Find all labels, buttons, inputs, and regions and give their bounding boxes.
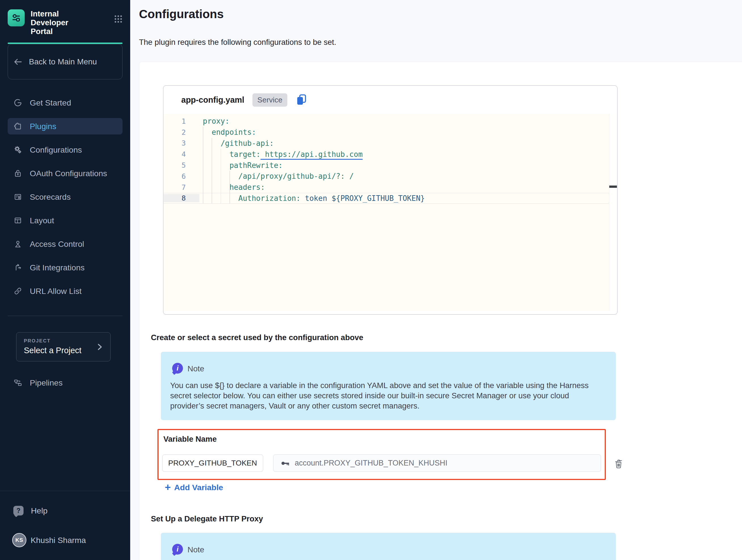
sidebar-item-configurations[interactable]: Configurations — [8, 142, 122, 158]
project-selector[interactable]: PROJECT Select a Project — [16, 332, 111, 361]
yaml-config-card: app-config.yaml Service 1 proxy: — [163, 85, 618, 315]
sidebar-item-label: Access Control — [30, 240, 84, 249]
sidebar-nav: Get Started Plugins — [8, 95, 122, 299]
app-launcher-grid-icon[interactable] — [114, 15, 122, 24]
line-number: 7 — [164, 183, 199, 192]
sidebar-item-label: Scorecards — [30, 192, 71, 202]
variable-name-label: Variable Name — [163, 435, 217, 444]
code-card-header: app-config.yaml Service — [163, 86, 617, 114]
code-line: 1 proxy: — [164, 116, 609, 127]
note-box: i Note You can use ${} to declare a vari… — [161, 352, 616, 420]
sidebar-item-label: Get Started — [30, 98, 71, 107]
git-branch-icon — [13, 263, 22, 272]
app-logo — [8, 9, 25, 27]
yaml-editor[interactable]: 1 proxy: 2 endpoints: 3 /github-api: 4 — [164, 114, 617, 311]
page-title: Configurations — [139, 7, 224, 21]
editor-scroll-marker — [609, 186, 617, 188]
sidebar-item-access-control[interactable]: Access Control — [8, 236, 122, 252]
filename: app-config.yaml — [181, 95, 244, 105]
delete-variable-button[interactable] — [614, 458, 624, 469]
code-line: 3 /github-api: — [164, 138, 609, 149]
main-content: Configurations The plugin requires the f… — [130, 0, 742, 560]
sidebar-item-label: Configurations — [30, 145, 82, 155]
user-name: Khushi Sharma — [31, 536, 86, 545]
note-title: Note — [188, 364, 204, 373]
sidebar-item-plugins[interactable]: Plugins — [8, 118, 122, 135]
sidebar-item-layout[interactable]: Layout — [8, 212, 122, 228]
user-menu[interactable]: KS Khushi Sharma — [12, 533, 130, 547]
note-box: i Note — [161, 533, 616, 560]
avatar: KS — [12, 533, 26, 547]
sidebar-item-get-started[interactable]: Get Started — [8, 95, 122, 111]
pipelines-icon — [13, 378, 22, 387]
line-number: 4 — [164, 150, 199, 158]
plus-icon: + — [165, 482, 171, 493]
help-label: Help — [31, 506, 48, 515]
note-title: Note — [188, 545, 204, 554]
add-variable-button[interactable]: + Add Variable — [165, 482, 223, 493]
sidebar-item-url-allow-list[interactable]: URL Allow List — [8, 283, 122, 299]
code-line: 7 headers: — [164, 182, 609, 193]
editor-scrollbar[interactable] — [609, 114, 617, 311]
sidebar-divider — [8, 316, 122, 316]
sidebar-item-label: Pipelines — [30, 378, 63, 388]
line-number: 5 — [164, 161, 199, 169]
secret-value: account.PROXY_GITHUB_TOKEN_KHUSHI — [295, 459, 447, 467]
lock-icon — [13, 169, 22, 178]
line-number: 3 — [164, 139, 199, 147]
back-to-main-menu-button[interactable]: Back to Main Menu — [8, 44, 122, 80]
sidebar-item-label: Git Integrations — [30, 263, 85, 272]
key-icon — [280, 458, 290, 468]
sidebar-footer: ? Help KS Khushi Sharma — [0, 491, 130, 560]
sidebar-item-label: Layout — [30, 216, 54, 225]
code-line: 4 target:https://api.github.com — [164, 149, 609, 160]
proxy-section-heading: Set Up a Delegate HTTP Proxy — [151, 514, 263, 523]
help-button[interactable]: ? Help — [13, 506, 130, 515]
service-badge: Service — [253, 93, 287, 107]
line-number: 8 — [164, 194, 199, 202]
arrow-left-icon — [13, 57, 23, 67]
variable-highlight-box: Variable Name PROXY_GITHUB_TOKEN account… — [157, 429, 606, 480]
code-lines: 1 proxy: 2 endpoints: 3 /github-api: 4 — [164, 116, 609, 204]
link-icon — [13, 287, 22, 296]
sidebar-item-label: URL Allow List — [30, 287, 82, 296]
code-line: 2 endpoints: — [164, 127, 609, 138]
line-number: 6 — [164, 172, 199, 181]
info-icon: i — [172, 363, 183, 374]
sidebar-item-pipelines[interactable]: Pipelines — [8, 374, 122, 391]
note-body: You can use ${} to declare a variable in… — [170, 380, 601, 411]
sidebar-item-label: OAuth Configurations — [30, 169, 107, 178]
code-line: 6 /api/proxy/github-api/?:/ — [164, 171, 609, 182]
line-number: 1 — [164, 117, 199, 125]
variable-name-input[interactable]: PROXY_GITHUB_TOKEN — [162, 454, 263, 472]
get-started-icon — [13, 98, 22, 107]
secret-selector[interactable]: account.PROXY_GITHUB_TOKEN_KHUSHI — [273, 454, 601, 472]
sidebar-item-git-integrations[interactable]: Git Integrations — [8, 259, 122, 276]
help-chat-icon: ? — [13, 506, 23, 515]
page-subtitle: The plugin requires the following config… — [139, 38, 336, 47]
sliders-logo-icon — [11, 12, 21, 23]
sidebar-item-label: Plugins — [30, 122, 56, 131]
trash-icon — [614, 458, 624, 469]
gears-icon — [13, 145, 22, 154]
copy-icon[interactable] — [296, 94, 307, 106]
back-label: Back to Main Menu — [29, 57, 97, 66]
plugins-puzzle-icon — [13, 122, 22, 131]
sidebar-item-scorecards[interactable]: Scorecards — [8, 189, 122, 205]
sidebar: Internal Developer Portal Back to Main M… — [0, 0, 130, 560]
scorecard-icon — [13, 192, 22, 201]
sidebar-item-oauth-configurations[interactable]: OAuth Configurations — [8, 165, 122, 182]
code-line-active: 8 Authorization:token ${PROXY_GITHUB_TOK… — [164, 193, 609, 204]
person-icon — [13, 240, 22, 249]
chevron-right-icon — [97, 343, 103, 352]
line-number: 2 — [164, 128, 199, 137]
code-line: 5 pathRewrite: — [164, 160, 609, 171]
layout-icon — [13, 216, 22, 225]
yaml-url-link[interactable]: https://api.github.com — [261, 150, 363, 159]
app-title: Internal Developer Portal — [31, 9, 82, 36]
content-panel: app-config.yaml Service 1 proxy: — [139, 61, 742, 560]
secret-section-heading: Create or select a secret used by the co… — [151, 333, 363, 342]
add-variable-label: Add Variable — [174, 483, 223, 492]
info-icon: i — [172, 544, 183, 555]
